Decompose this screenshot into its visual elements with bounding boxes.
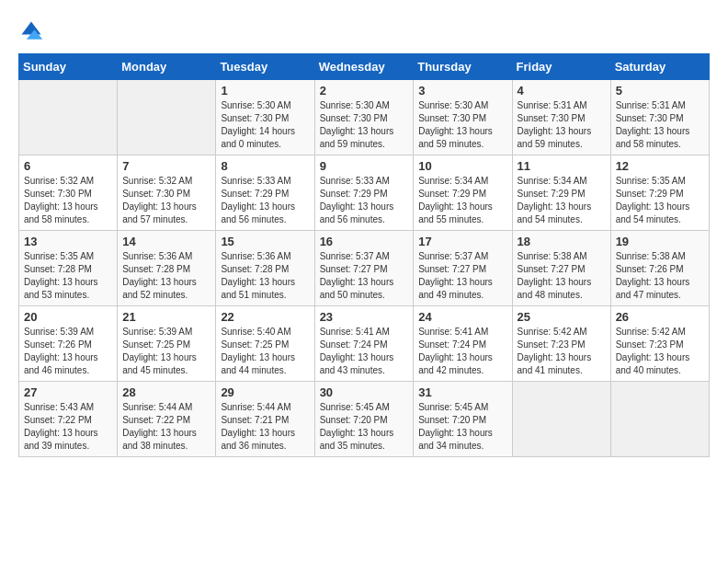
day-detail: Sunrise: 5:35 AMSunset: 7:28 PMDaylight:… — [24, 250, 112, 302]
day-number: 17 — [418, 235, 506, 248]
day-number: 30 — [320, 385, 409, 399]
logo — [18, 18, 48, 44]
calendar-cell: 12Sunrise: 5:35 AMSunset: 7:29 PMDayligh… — [610, 155, 709, 231]
calendar-cell: 22Sunrise: 5:40 AMSunset: 7:25 PMDayligh… — [216, 306, 314, 382]
day-detail: Sunrise: 5:42 AMSunset: 7:23 PMDaylight:… — [518, 326, 606, 377]
weekday-header-friday: Friday — [512, 54, 610, 80]
calendar-cell — [512, 382, 610, 457]
day-detail: Sunrise: 5:45 AMSunset: 7:20 PMDaylight:… — [320, 401, 409, 453]
day-number: 19 — [616, 235, 704, 248]
day-detail: Sunrise: 5:41 AMSunset: 7:24 PMDaylight:… — [320, 326, 409, 377]
day-number: 27 — [24, 385, 112, 399]
day-detail: Sunrise: 5:41 AMSunset: 7:24 PMDaylight:… — [418, 326, 506, 377]
calendar-cell: 13Sunrise: 5:35 AMSunset: 7:28 PMDayligh… — [19, 231, 118, 306]
calendar-cell: 21Sunrise: 5:39 AMSunset: 7:25 PMDayligh… — [118, 306, 216, 382]
calendar-week-5: 27Sunrise: 5:43 AMSunset: 7:22 PMDayligh… — [19, 382, 710, 457]
calendar-cell: 20Sunrise: 5:39 AMSunset: 7:26 PMDayligh… — [19, 306, 118, 382]
weekday-header-monday: Monday — [118, 54, 216, 80]
calendar-cell: 28Sunrise: 5:44 AMSunset: 7:22 PMDayligh… — [118, 382, 216, 457]
day-number: 26 — [616, 310, 704, 324]
calendar-cell: 1Sunrise: 5:30 AMSunset: 7:30 PMDaylight… — [216, 80, 314, 155]
day-number: 10 — [418, 159, 506, 173]
day-number: 20 — [24, 310, 112, 324]
day-detail: Sunrise: 5:33 AMSunset: 7:29 PMDaylight:… — [221, 175, 309, 226]
calendar-cell: 6Sunrise: 5:32 AMSunset: 7:30 PMDaylight… — [19, 155, 118, 231]
day-number: 28 — [122, 385, 210, 399]
svg-marker-0 — [22, 22, 41, 35]
day-detail: Sunrise: 5:31 AMSunset: 7:30 PMDaylight:… — [518, 99, 606, 151]
page-header — [18, 18, 710, 44]
calendar-week-3: 13Sunrise: 5:35 AMSunset: 7:28 PMDayligh… — [19, 231, 710, 306]
day-number: 21 — [122, 310, 210, 324]
day-detail: Sunrise: 5:40 AMSunset: 7:25 PMDaylight:… — [221, 326, 309, 377]
day-detail: Sunrise: 5:33 AMSunset: 7:29 PMDaylight:… — [320, 175, 409, 226]
calendar-cell: 7Sunrise: 5:32 AMSunset: 7:30 PMDaylight… — [118, 155, 216, 231]
day-number: 6 — [24, 159, 112, 173]
day-number: 24 — [418, 310, 506, 324]
day-number: 29 — [221, 385, 309, 399]
day-number: 9 — [320, 159, 409, 173]
calendar-cell: 14Sunrise: 5:36 AMSunset: 7:28 PMDayligh… — [118, 231, 216, 306]
day-detail: Sunrise: 5:42 AMSunset: 7:23 PMDaylight:… — [616, 326, 704, 377]
calendar-week-4: 20Sunrise: 5:39 AMSunset: 7:26 PMDayligh… — [19, 306, 710, 382]
day-number: 2 — [320, 84, 409, 98]
day-number: 1 — [221, 84, 309, 98]
calendar-cell: 30Sunrise: 5:45 AMSunset: 7:20 PMDayligh… — [314, 382, 414, 457]
calendar-cell: 23Sunrise: 5:41 AMSunset: 7:24 PMDayligh… — [314, 306, 414, 382]
day-detail: Sunrise: 5:37 AMSunset: 7:27 PMDaylight:… — [418, 250, 506, 302]
calendar-cell: 26Sunrise: 5:42 AMSunset: 7:23 PMDayligh… — [610, 306, 709, 382]
day-number: 4 — [518, 84, 606, 98]
calendar-cell — [610, 382, 709, 457]
calendar-week-1: 1Sunrise: 5:30 AMSunset: 7:30 PMDaylight… — [19, 80, 710, 155]
day-detail: Sunrise: 5:38 AMSunset: 7:26 PMDaylight:… — [616, 250, 704, 302]
calendar-cell: 18Sunrise: 5:38 AMSunset: 7:27 PMDayligh… — [512, 231, 610, 306]
calendar-cell: 5Sunrise: 5:31 AMSunset: 7:30 PMDaylight… — [610, 80, 709, 155]
day-number: 25 — [518, 310, 606, 324]
day-number: 8 — [221, 159, 309, 173]
day-number: 22 — [221, 310, 309, 324]
day-detail: Sunrise: 5:43 AMSunset: 7:22 PMDaylight:… — [24, 401, 112, 453]
day-detail: Sunrise: 5:31 AMSunset: 7:30 PMDaylight:… — [616, 99, 704, 151]
calendar-cell: 8Sunrise: 5:33 AMSunset: 7:29 PMDaylight… — [216, 155, 314, 231]
day-detail: Sunrise: 5:35 AMSunset: 7:29 PMDaylight:… — [616, 175, 704, 226]
day-detail: Sunrise: 5:32 AMSunset: 7:30 PMDaylight:… — [24, 175, 112, 226]
day-number: 11 — [518, 159, 606, 173]
calendar-cell: 3Sunrise: 5:30 AMSunset: 7:30 PMDaylight… — [414, 80, 512, 155]
calendar-cell: 29Sunrise: 5:44 AMSunset: 7:21 PMDayligh… — [216, 382, 314, 457]
calendar-cell: 10Sunrise: 5:34 AMSunset: 7:29 PMDayligh… — [414, 155, 512, 231]
day-number: 14 — [122, 235, 210, 248]
calendar-cell: 9Sunrise: 5:33 AMSunset: 7:29 PMDaylight… — [314, 155, 414, 231]
day-detail: Sunrise: 5:30 AMSunset: 7:30 PMDaylight:… — [221, 99, 309, 151]
day-number: 31 — [418, 385, 506, 399]
day-detail: Sunrise: 5:34 AMSunset: 7:29 PMDaylight:… — [418, 175, 506, 226]
calendar-cell: 15Sunrise: 5:36 AMSunset: 7:28 PMDayligh… — [216, 231, 314, 306]
day-number: 12 — [616, 159, 704, 173]
day-detail: Sunrise: 5:36 AMSunset: 7:28 PMDaylight:… — [221, 250, 309, 302]
day-number: 16 — [320, 235, 409, 248]
calendar-cell: 19Sunrise: 5:38 AMSunset: 7:26 PMDayligh… — [610, 231, 709, 306]
calendar-cell — [19, 80, 118, 155]
day-number: 18 — [518, 235, 606, 248]
weekday-header-thursday: Thursday — [414, 54, 512, 80]
day-detail: Sunrise: 5:38 AMSunset: 7:27 PMDaylight:… — [518, 250, 606, 302]
calendar-cell: 27Sunrise: 5:43 AMSunset: 7:22 PMDayligh… — [19, 382, 118, 457]
calendar-table: SundayMondayTuesdayWednesdayThursdayFrid… — [18, 53, 710, 457]
calendar-cell: 4Sunrise: 5:31 AMSunset: 7:30 PMDaylight… — [512, 80, 610, 155]
day-detail: Sunrise: 5:37 AMSunset: 7:27 PMDaylight:… — [320, 250, 409, 302]
day-detail: Sunrise: 5:30 AMSunset: 7:30 PMDaylight:… — [320, 99, 409, 151]
day-detail: Sunrise: 5:36 AMSunset: 7:28 PMDaylight:… — [122, 250, 210, 302]
calendar-cell: 25Sunrise: 5:42 AMSunset: 7:23 PMDayligh… — [512, 306, 610, 382]
day-detail: Sunrise: 5:32 AMSunset: 7:30 PMDaylight:… — [122, 175, 210, 226]
day-number: 23 — [320, 310, 409, 324]
day-detail: Sunrise: 5:34 AMSunset: 7:29 PMDaylight:… — [518, 175, 606, 226]
logo-icon — [18, 18, 44, 44]
calendar-cell: 17Sunrise: 5:37 AMSunset: 7:27 PMDayligh… — [414, 231, 512, 306]
calendar-cell: 31Sunrise: 5:45 AMSunset: 7:20 PMDayligh… — [414, 382, 512, 457]
weekday-header-tuesday: Tuesday — [216, 54, 314, 80]
calendar-cell — [118, 80, 216, 155]
calendar-cell: 24Sunrise: 5:41 AMSunset: 7:24 PMDayligh… — [414, 306, 512, 382]
day-number: 15 — [221, 235, 309, 248]
weekday-header-saturday: Saturday — [610, 54, 709, 80]
day-detail: Sunrise: 5:44 AMSunset: 7:22 PMDaylight:… — [122, 401, 210, 453]
weekday-header-row: SundayMondayTuesdayWednesdayThursdayFrid… — [19, 54, 710, 80]
